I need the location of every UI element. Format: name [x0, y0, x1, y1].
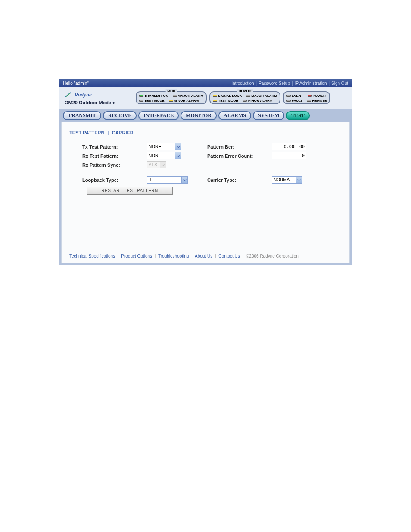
tab-transmit[interactable]: TRANSMIT — [63, 111, 101, 120]
led-icon — [286, 95, 291, 97]
separator: | — [328, 81, 330, 86]
footer-link-contact-us[interactable]: Contact Us — [218, 254, 240, 258]
separator: | — [256, 81, 257, 86]
separator: | — [190, 254, 194, 258]
top-link-sign-out[interactable]: Sign Out — [331, 81, 348, 86]
form-area: Tx Test Pattern: NONE Pattern Ber: 0.00E… — [69, 143, 342, 195]
logo-box: Radyne OM20 Outdoor Modem — [62, 89, 133, 107]
led-event: EVENT — [286, 94, 303, 98]
status-title-mod: MOD — [165, 89, 177, 93]
restart-test-pattern-button[interactable]: RESTART TEST PATTERN — [87, 187, 173, 195]
content-area: TEST PATTERN | CARRIER Tx Test Pattern: … — [61, 122, 350, 263]
top-link-ip-admin[interactable]: IP Administration — [295, 81, 327, 86]
sub-tabs: TEST PATTERN | CARRIER — [69, 130, 342, 135]
footer-link-troubleshooting[interactable]: Troubleshooting — [158, 254, 189, 258]
led-demod-major-alarm: MAJOR ALARM — [246, 94, 277, 98]
led-icon — [243, 100, 247, 102]
footer-bar: Technical Specifications | Product Optio… — [69, 251, 342, 258]
led-icon — [213, 100, 217, 102]
label-pattern-ber: Pattern Ber: — [199, 144, 272, 149]
footer-copyright: ©2006 Radyne Corporation — [246, 254, 299, 258]
greeting-text: Hello "admin" — [63, 81, 89, 86]
value-pattern-ber: 0.00E-00 — [272, 143, 306, 150]
led-icon — [139, 95, 143, 97]
led-fault: FAULT — [286, 99, 302, 103]
led-icon — [139, 100, 143, 102]
brand-logo: Radyne — [65, 90, 131, 98]
led-icon — [246, 95, 250, 97]
led-icon — [169, 100, 173, 102]
separator: | — [241, 254, 245, 258]
separator: | — [106, 130, 111, 135]
led-mod-major-alarm: MAJOR ALARM — [173, 94, 204, 98]
footer-link-product-options[interactable]: Product Options — [121, 254, 152, 258]
header-band: Radyne OM20 Outdoor Modem MOD TRANSMIT O… — [59, 87, 352, 109]
select-tx-test-pattern[interactable]: NONE — [147, 143, 181, 150]
value-pattern-error-count: 0 — [272, 152, 306, 159]
subtab-test-pattern[interactable]: TEST PATTERN — [69, 130, 104, 135]
separator: | — [116, 254, 120, 258]
chevron-down-icon — [296, 177, 302, 183]
tab-alarms[interactable]: ALARMS — [218, 111, 251, 120]
led-mod-test-mode: TEST MODE — [139, 99, 165, 103]
separator: | — [214, 254, 218, 258]
tab-system[interactable]: SYSTEM — [253, 111, 284, 120]
led-icon — [173, 95, 177, 97]
chevron-down-icon — [175, 152, 181, 159]
tab-interface[interactable]: INTERFACE — [138, 111, 179, 120]
separator: | — [153, 254, 157, 258]
top-nav: Introduction | Password Setup | IP Admin… — [231, 81, 348, 86]
led-icon — [213, 95, 217, 97]
led-icon — [308, 95, 312, 97]
led-demod-test-mode: TEST MODE — [213, 99, 238, 103]
chevron-down-icon — [160, 162, 166, 168]
footer-link-tech-specs[interactable]: Technical Specifications — [69, 254, 115, 258]
tab-receive[interactable]: RECEIVE — [103, 111, 137, 120]
select-rx-test-pattern[interactable]: NONE — [147, 152, 181, 159]
led-remote: REMOTE — [307, 99, 327, 103]
label-rx-pattern-sync: Rx Pattern Sync: — [82, 162, 147, 168]
footer-link-about-us[interactable]: About Us — [195, 254, 212, 258]
separator: | — [292, 81, 293, 86]
main-tabs: TRANSMIT RECEIVE INTERFACE MONITOR ALARM… — [59, 109, 352, 122]
led-signal-lock: SIGNAL LOCK — [213, 94, 242, 98]
status-group-mod: MOD TRANSMIT ON MAJOR ALARM TEST MODE MI… — [136, 91, 207, 104]
chevron-down-icon — [181, 177, 187, 183]
label-rx-test-pattern: Rx Test Pattern: — [82, 153, 147, 159]
led-icon — [307, 100, 311, 102]
page-top-rule — [26, 31, 385, 31]
app-window: Hello "admin" Introduction | Password Se… — [59, 79, 352, 265]
select-carrier-type[interactable]: NORMAL — [272, 176, 302, 184]
led-power: POWER — [308, 94, 326, 98]
label-tx-test-pattern: Tx Test Pattern: — [82, 144, 147, 149]
led-demod-minor-alarm: MINOR ALARM — [243, 99, 272, 103]
select-loopback-type[interactable]: IF — [147, 176, 188, 184]
chevron-down-icon — [175, 143, 181, 150]
tab-test[interactable]: TEST — [286, 111, 310, 120]
select-rx-pattern-sync: YES — [147, 161, 166, 168]
top-link-introduction[interactable]: Introduction — [231, 81, 254, 86]
tab-monitor[interactable]: MONITOR — [181, 111, 217, 120]
status-group-demod: DEMOD SIGNAL LOCK MAJOR ALARM TEST MODE … — [209, 91, 280, 104]
status-title-demod: DEMOD — [237, 89, 253, 93]
led-mod-minor-alarm: MINOR ALARM — [169, 99, 199, 103]
label-carrier-type: Carrier Type: — [199, 177, 272, 183]
led-transmit-on: TRANSMIT ON — [139, 94, 168, 98]
model-name: OM20 Outdoor Modem — [65, 100, 131, 105]
top-link-password-setup[interactable]: Password Setup — [258, 81, 290, 86]
status-group-system: EVENT POWER FAULT REMOTE — [283, 91, 330, 104]
label-loopback-type: Loopback Type: — [82, 177, 147, 183]
label-pattern-error-count: Pattern Error Count: — [199, 153, 272, 159]
led-icon — [286, 100, 291, 102]
top-bar: Hello "admin" Introduction | Password Se… — [59, 79, 352, 87]
subtab-carrier[interactable]: CARRIER — [112, 130, 134, 135]
